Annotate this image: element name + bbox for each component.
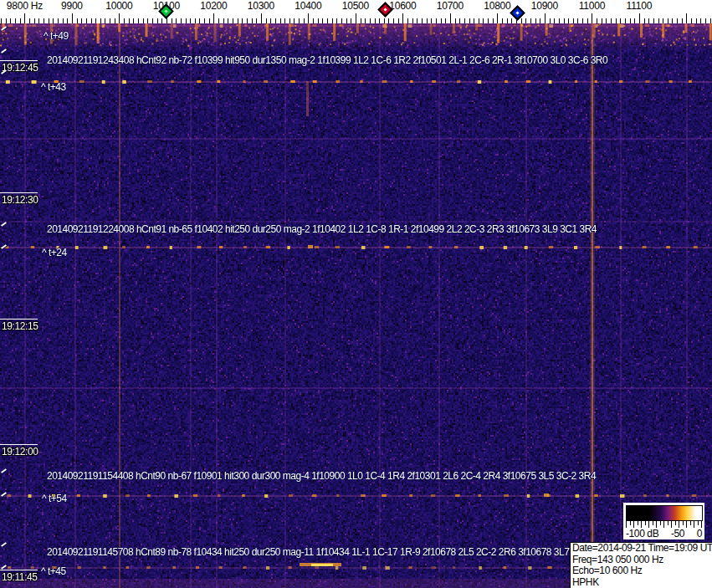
freq-tick [176, 18, 177, 23]
freq-tick [209, 18, 210, 23]
time-tick [0, 444, 38, 445]
colorbar-label-min: -100 dB [626, 528, 658, 539]
freq-tick [157, 18, 158, 23]
freq-tick [658, 18, 659, 23]
freq-label-9800: 9800 Hz [7, 0, 43, 12]
freq-tick [275, 18, 276, 23]
freq-tick [625, 18, 626, 23]
freq-tick [691, 18, 692, 23]
freq-tick [388, 18, 389, 23]
freq-tick [161, 18, 162, 23]
freq-tick [20, 18, 21, 23]
freq-tick [322, 18, 323, 23]
freq-tick [53, 18, 54, 23]
freq-tick [582, 18, 583, 23]
freq-tick [630, 18, 631, 23]
freq-tick [284, 18, 285, 23]
freq-tick [525, 18, 526, 23]
colorbar-label-mid: -50 [671, 528, 684, 539]
freq-tick [81, 18, 82, 23]
spectrogram-canvas[interactable] [0, 23, 712, 588]
freq-tick [133, 18, 134, 23]
freq-tick [313, 18, 314, 23]
freq-tick [199, 18, 200, 23]
time-tick [0, 570, 38, 570]
freq-tick [497, 13, 498, 23]
freq-tick [682, 18, 683, 23]
event-annotation: 20140921191145708 hCnt89 nb-78 f10434 hi… [47, 546, 576, 558]
freq-tick [483, 18, 484, 23]
freq-tick [119, 13, 120, 23]
freq-label-10200: 10200 [200, 0, 227, 12]
freq-tick [218, 18, 219, 23]
freq-tick [620, 18, 621, 23]
freq-tick [356, 13, 356, 23]
freq-tick [611, 18, 612, 23]
freq-tick [663, 18, 663, 23]
info-box: Date=2014-09-21 Time=19:09 UTC Freq=143 … [570, 542, 712, 588]
event-time-marker: ^ t+49 [44, 30, 69, 42]
freq-tick [195, 18, 196, 23]
freq-tick [304, 18, 305, 23]
event-time-marker: ^ t+45 [41, 565, 66, 577]
time-label: 19:12:00 [2, 446, 38, 458]
freq-label-10800: 10800 [484, 0, 510, 12]
freq-tick [256, 18, 257, 23]
marker-diamond-core [165, 9, 168, 13]
freq-tick [238, 18, 238, 23]
freq-tick [266, 18, 267, 23]
time-label: 19:12:15 [2, 320, 38, 332]
freq-tick [29, 18, 30, 23]
freq-tick [592, 13, 592, 23]
freq-tick [545, 13, 546, 23]
freq-tick [341, 18, 342, 23]
colorbar-label-max: 0 [697, 528, 702, 539]
freq-label-10900: 10900 [531, 0, 558, 12]
time-tick [0, 192, 38, 193]
freq-tick [58, 18, 59, 23]
freq-tick [332, 18, 333, 23]
freq-tick [361, 18, 361, 23]
freq-tick [441, 18, 442, 23]
freq-tick [124, 18, 125, 23]
freq-tick [233, 18, 233, 23]
event-time-marker: ^ t+24 [42, 247, 67, 258]
freq-tick [639, 13, 640, 23]
freq-tick [502, 18, 503, 23]
freq-tick [455, 18, 456, 23]
colorbar: -100 dB -50 0 [623, 503, 704, 539]
freq-tick [606, 18, 607, 23]
freq-tick [511, 18, 512, 23]
freq-tick [402, 13, 403, 23]
freq-tick [677, 18, 678, 23]
freq-tick [143, 18, 144, 23]
freq-tick [100, 18, 101, 23]
freq-tick [616, 18, 617, 23]
freq-tick [129, 18, 130, 23]
freq-tick [696, 18, 697, 23]
freq-tick [507, 18, 508, 23]
freq-tick [336, 18, 337, 23]
time-tick [0, 319, 38, 320]
freq-tick [445, 18, 446, 23]
frequency-ruler[interactable]: 9800 Hz990010000101001020010300104001050… [0, 0, 712, 23]
freq-tick [450, 13, 451, 23]
freq-label-10400: 10400 [295, 0, 321, 12]
freq-tick [672, 18, 673, 23]
marker-diamond-core [515, 11, 519, 14]
freq-tick [34, 18, 35, 23]
freq-tick [379, 18, 380, 23]
freq-tick [540, 18, 540, 23]
freq-label-11000: 11000 [579, 0, 605, 12]
freq-label-9900: 9900 [61, 0, 83, 12]
spectrogram-app-window: 9800 Hz990010000101001020010300104001050… [0, 0, 712, 588]
freq-tick [375, 18, 376, 23]
marker-diamond-core [383, 8, 387, 11]
freq-tick [38, 18, 39, 23]
freq-tick [152, 18, 153, 23]
event-time-marker: ^ t+54 [42, 493, 67, 504]
freq-tick [407, 18, 408, 23]
freq-label-11100: 11100 [627, 0, 653, 12]
freq-tick [223, 18, 224, 23]
freq-tick [602, 18, 602, 23]
